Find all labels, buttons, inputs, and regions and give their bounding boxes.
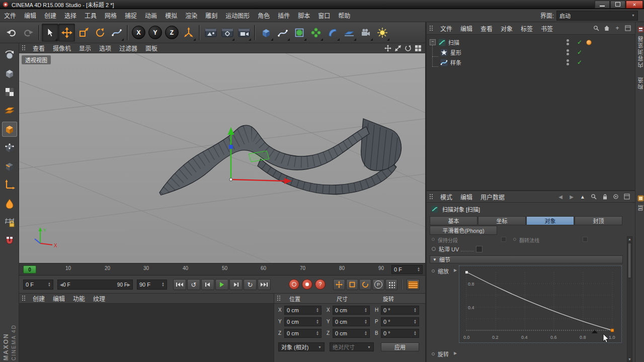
viewport[interactable]: Y X 透视视图 [19,53,425,263]
key-scale-toggle[interactable] [346,279,358,290]
size-x-field[interactable]: 0 cm▲▼ [333,306,370,315]
light-icon[interactable] [374,24,390,42]
spinner-icon[interactable]: ▲▼ [417,267,420,272]
panel-drag-handle[interactable] [429,25,434,32]
key-position-toggle[interactable] [333,279,345,290]
keep-segments-checkbox[interactable] [501,237,506,242]
apply-button[interactable]: 应用 [381,342,419,351]
menu-script[interactable]: 脚本 [294,11,314,20]
menu-edit[interactable]: 编辑 [20,11,40,20]
phong-tag-icon[interactable] [586,40,592,45]
expand-icon[interactable]: ▶ [454,351,457,355]
vp-menu-view[interactable]: 查看 [29,44,49,52]
curve-knot-start[interactable] [465,271,468,274]
layers-icon[interactable] [636,194,644,202]
om-menu-edit[interactable]: 编辑 [456,24,476,33]
object-label[interactable]: 星形 [450,48,461,56]
scrollbar-thumb[interactable] [628,243,631,278]
sweep-object[interactable] [159,119,401,195]
flip-normals-checkbox[interactable] [583,237,588,242]
menu-select[interactable]: 选择 [60,11,80,20]
workplane-mode-icon[interactable] [2,103,17,118]
size-z-field[interactable]: 0 cm▲▼ [333,329,370,338]
current-frame-field[interactable]: 0 F ▲▼ [391,265,423,274]
goto-start-button[interactable] [173,279,186,290]
position-x-field[interactable]: 0 cm▲▼ [284,306,321,315]
render-view-icon[interactable] [202,24,219,42]
edges-mode-icon[interactable] [2,159,17,174]
undo-icon[interactable] [3,24,20,42]
menu-help[interactable]: 帮助 [334,11,354,20]
home-icon[interactable] [603,24,611,32]
live-selection-icon[interactable] [42,24,58,42]
rotation-p-field[interactable]: 0 °▲▼ [381,317,419,326]
coordinate-mode-select[interactable]: 对象 (相对)▼ [278,342,325,351]
close-button[interactable]: × [626,1,643,9]
object-row-spline[interactable]: 样条 ✓ [427,57,635,67]
previous-key-button[interactable]: ↺ [187,279,200,290]
tab-structure[interactable]: 构造 [637,76,644,89]
lock-icon[interactable] [601,193,609,201]
visibility-dots[interactable] [567,39,569,45]
content-browser-icon[interactable] [636,25,644,33]
panel-drag-handle[interactable] [429,194,434,200]
mat-menu-edit[interactable]: 编辑 [49,294,69,303]
maximize-button[interactable] [610,1,625,9]
object-label[interactable]: 扫描 [448,38,459,46]
timeline-ruler[interactable]: 0 10 20 30 40 50 60 70 80 90 0 0 F ▲▼ [19,263,425,276]
play-button[interactable] [215,279,228,290]
menu-animate[interactable]: 动画 [141,11,161,20]
tab-content-browser[interactable]: 内容浏览器 [637,35,644,68]
scale-curve[interactable] [466,272,612,330]
scroll-down-icon[interactable]: ▼ [628,357,631,361]
interface-preset-select[interactable]: 启动▼ [556,11,638,21]
spinner-icon[interactable]: ▲▼ [162,282,165,287]
object-label[interactable]: 样条 [450,58,461,66]
stick-uv-checkbox[interactable] [476,246,482,252]
end-frame-field[interactable]: 90 F ▲▼ [137,280,167,290]
goto-end-button[interactable] [258,279,271,290]
menu-mesh[interactable]: 网格 [101,11,121,20]
tab-basic[interactable]: 基本 [430,216,477,225]
vp-menu-camera[interactable]: 摄像机 [49,44,75,52]
deformer-icon[interactable] [324,24,341,42]
size-mode-select[interactable]: 绝对尺寸▼ [330,342,374,351]
rotation-b-field[interactable]: 0 °▲▼ [381,329,419,338]
menu-sculpt[interactable]: 雕刻 [201,11,221,20]
om-menu-file[interactable]: 文件 [436,24,456,33]
visibility-dots[interactable] [567,59,569,65]
toggle-views-icon[interactable] [414,44,422,52]
mat-menu-function[interactable]: 功能 [69,294,89,303]
environment-icon[interactable] [341,24,357,42]
enable-check-icon[interactable]: ✓ [577,49,582,55]
position-z-field[interactable]: 0 cm▲▼ [284,329,321,338]
view-label[interactable]: 透视视图 [22,55,51,64]
start-frame-field[interactable]: 0 F ▲▼ [23,280,53,290]
menu-character[interactable]: 角色 [254,11,274,20]
curve-knot-end[interactable] [611,329,614,332]
z-axis-handle[interactable] [229,145,233,149]
record-keyframe-button[interactable] [289,279,299,290]
last-tool-icon[interactable] [108,24,125,42]
rotate-icon[interactable] [92,24,108,42]
menu-file[interactable]: 文件 [0,11,20,20]
vp-menu-display[interactable]: 显示 [75,44,95,52]
previous-frame-button[interactable] [201,279,214,290]
playhead-marker[interactable]: 0 [23,265,36,274]
autokey-button[interactable] [302,279,312,290]
subdivision-surface-icon[interactable] [291,24,307,42]
attributes-scrollbar[interactable]: ▲ ▼ [627,236,632,362]
size-y-field[interactable]: 0 cm▲▼ [333,317,370,326]
key-rotation-toggle[interactable] [359,279,371,290]
next-key-button[interactable]: ↻ [244,279,257,290]
tab-coordinates[interactable]: 坐标 [478,216,526,225]
am-menu-mode[interactable]: 模式 [436,193,456,201]
object-row-sweep[interactable]: − 扫描 ✓ [427,37,635,47]
tab-caps[interactable]: 封顶 [575,216,622,225]
enable-check-icon[interactable]: ✓ [577,59,582,65]
axis-mode-icon[interactable] [2,177,17,193]
vp-menu-panel[interactable]: 面板 [141,44,162,52]
tab-phong[interactable]: 平滑着色(Phong) [430,226,497,235]
panel-drag-handle[interactable] [277,295,281,302]
points-mode-icon[interactable] [2,140,17,155]
